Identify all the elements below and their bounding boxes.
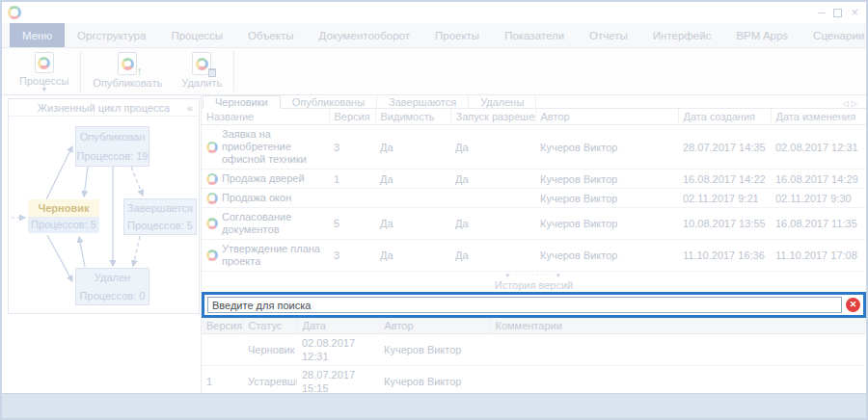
process-list-tabs: Черновики Опубликованы Завершаются Удале… bbox=[202, 95, 866, 109]
column-header[interactable]: Статус bbox=[243, 318, 297, 334]
status-bar bbox=[2, 393, 866, 418]
cell-created: 02.11.2017 9:21 bbox=[678, 189, 771, 208]
node-label: Удален bbox=[76, 272, 149, 283]
cell-visibility: Да bbox=[375, 240, 450, 272]
ribbon-tab-objects[interactable]: Объекты bbox=[235, 23, 306, 47]
cell-run-allowed bbox=[450, 189, 535, 208]
history-header-row: ВерсияСтатусДатаАвторКомментарии bbox=[202, 318, 866, 334]
ribbon-tab-reports[interactable]: Отчеты bbox=[577, 23, 640, 47]
ribbon-tab-scripts[interactable]: Сценарии bbox=[800, 23, 866, 47]
history-title: История версий bbox=[202, 279, 866, 291]
cell-author: Кучеров Виктор bbox=[535, 208, 678, 240]
cell-version: 1 bbox=[329, 170, 375, 189]
left-column: Жизненный цикл процесса « bbox=[2, 95, 201, 393]
window-controls: – × bbox=[818, 7, 858, 18]
ribbon-tab-bpm-apps[interactable]: BPM Apps bbox=[723, 23, 800, 47]
tab-scroll-arrows[interactable]: ◁▷ bbox=[843, 99, 860, 108]
cell-version: 3 bbox=[329, 240, 375, 272]
cell-created: 10.08.2017 13:55 bbox=[678, 208, 771, 240]
delete-doc-icon bbox=[192, 52, 211, 75]
tab-finishing[interactable]: Завершаются bbox=[377, 95, 469, 108]
process-table: НазваниеВерсияВидимостьЗапуск разрешенАв… bbox=[202, 109, 866, 272]
publish-doc-icon: ↑ bbox=[118, 52, 137, 75]
cell-created: 11.10.2017 16:36 bbox=[678, 240, 771, 272]
process-ring-icon bbox=[206, 218, 218, 229]
collapse-panel-button[interactable]: « bbox=[187, 99, 193, 117]
minimize-button[interactable]: – bbox=[818, 7, 825, 18]
lifecycle-panel-title: Жизненный цикл процесса bbox=[38, 102, 170, 114]
ribbon-tab-menu[interactable]: Меню bbox=[10, 23, 65, 47]
process-row[interactable]: Согласование документов 5 Да Да Кучеров … bbox=[202, 208, 866, 240]
processes-button[interactable]: Процессы ▾ bbox=[10, 48, 78, 94]
process-row[interactable]: Утверждение плана проекта 3 Да Да Кучеро… bbox=[202, 240, 866, 272]
lifecycle-panel-header: Жизненный цикл процесса « bbox=[9, 99, 199, 117]
column-header[interactable]: Дата изменения bbox=[771, 109, 866, 125]
process-row[interactable]: Продажа окон Кучеров Виктор 02.11.2017 9… bbox=[202, 189, 866, 208]
version-row[interactable]: Черновик 02.08.2017 12:31 Кучеров Виктор bbox=[202, 334, 866, 366]
ribbon-tab-processes[interactable]: Процессы bbox=[158, 23, 235, 47]
ribbon-tab-docflow[interactable]: Документооборот bbox=[307, 23, 422, 47]
column-header[interactable]: Дата bbox=[297, 318, 379, 334]
app-logo-icon bbox=[8, 6, 21, 19]
column-header[interactable]: Комментарии bbox=[490, 318, 866, 334]
clear-search-button[interactable]: ✕ bbox=[846, 298, 860, 312]
cell-created: 16.08.2017 14:22 bbox=[678, 170, 771, 189]
column-header[interactable]: Дата создания bbox=[678, 109, 771, 125]
cell-name: Продажа окон bbox=[202, 189, 329, 208]
lifecycle-node-published[interactable]: Опубликован Процессов: 19 bbox=[75, 126, 149, 167]
process-ring-icon bbox=[206, 193, 218, 204]
node-label: Опубликован bbox=[76, 131, 149, 143]
app-window: – × Меню Оргструктура Процессы Объекты Д… bbox=[2, 2, 866, 418]
node-count: Процессов: 0 bbox=[76, 290, 149, 302]
column-header[interactable]: Версия bbox=[202, 318, 243, 334]
cell-version bbox=[329, 189, 375, 208]
ribbon-tab-interface[interactable]: Интерфейс bbox=[640, 23, 724, 47]
tab-deleted[interactable]: Удалены bbox=[469, 95, 536, 108]
cell-author: Кучеров Виктор bbox=[535, 240, 678, 272]
process-row[interactable]: Продажа дверей 1 Да Да Кучеров Виктор 16… bbox=[202, 170, 866, 189]
cell-created: 28.07.2017 14:35 bbox=[678, 125, 771, 170]
lifecycle-diagram: Опубликован Процессов: 19 Черновик Проце… bbox=[9, 117, 199, 312]
tab-drafts[interactable]: Черновики bbox=[203, 95, 281, 109]
process-row[interactable]: Заявка на приобретение офисной техники 3… bbox=[202, 125, 866, 170]
splitter-handle[interactable]: ▾ ········· ▾ bbox=[202, 272, 866, 279]
up-arrow-icon: ↑ bbox=[136, 65, 142, 78]
cell-visibility: Да bbox=[375, 208, 450, 240]
cell-comments bbox=[490, 334, 866, 366]
column-header[interactable]: Запуск разрешен bbox=[450, 109, 535, 125]
ribbon-tab-projects[interactable]: Проекты bbox=[422, 23, 492, 47]
lifecycle-panel: Жизненный цикл процесса « bbox=[8, 98, 200, 314]
search-input[interactable] bbox=[207, 297, 842, 313]
column-header[interactable]: Версия bbox=[329, 109, 375, 125]
maximize-button[interactable] bbox=[833, 9, 842, 17]
cell-run-allowed: Да bbox=[450, 208, 535, 240]
close-button[interactable]: × bbox=[851, 7, 858, 18]
tab-published[interactable]: Опубликованы bbox=[281, 95, 377, 108]
cell-name: Согласование документов bbox=[202, 208, 329, 240]
cell-status: Черновик bbox=[243, 334, 297, 366]
cell-modified: 16.08.2017 14:29 bbox=[771, 170, 866, 189]
process-table-header-row: НазваниеВерсияВидимостьЗапуск разрешенАв… bbox=[202, 109, 866, 125]
column-header[interactable]: Автор bbox=[379, 318, 490, 334]
process-ring-icon bbox=[206, 249, 218, 261]
cell-visibility: Да bbox=[375, 125, 450, 170]
cell-run-allowed: Да bbox=[450, 240, 535, 272]
column-header[interactable]: Название bbox=[202, 109, 329, 125]
cell-name: Заявка на приобретение офисной техники bbox=[202, 125, 329, 170]
delete-button[interactable]: Удалить bbox=[172, 48, 231, 94]
lifecycle-node-deleted[interactable]: Удален Процессов: 0 bbox=[75, 268, 149, 305]
lifecycle-node-draft[interactable]: Черновик Процессов: 5 bbox=[28, 199, 99, 233]
cell-author: Кучеров Виктор bbox=[535, 170, 678, 189]
ribbon-tab-indicators[interactable]: Показатели bbox=[492, 23, 577, 47]
node-count: Процессов: 5 bbox=[28, 217, 99, 233]
process-doc-icon bbox=[35, 52, 54, 73]
cell-date: 02.08.2017 12:31 bbox=[297, 334, 379, 366]
lifecycle-node-finishing[interactable]: Завершается Процессов: 5 bbox=[123, 198, 197, 235]
cell-run-allowed: Да bbox=[450, 125, 535, 170]
publish-button[interactable]: ↑ Опубликовать bbox=[83, 48, 172, 94]
title-bar: – × bbox=[2, 2, 866, 23]
column-header[interactable]: Видимость bbox=[375, 109, 450, 125]
ribbon-tab-orgstructure[interactable]: Оргструктура bbox=[65, 23, 158, 47]
main-area: Черновики Опубликованы Завершаются Удале… bbox=[201, 95, 866, 393]
column-header[interactable]: Автор bbox=[535, 109, 678, 125]
